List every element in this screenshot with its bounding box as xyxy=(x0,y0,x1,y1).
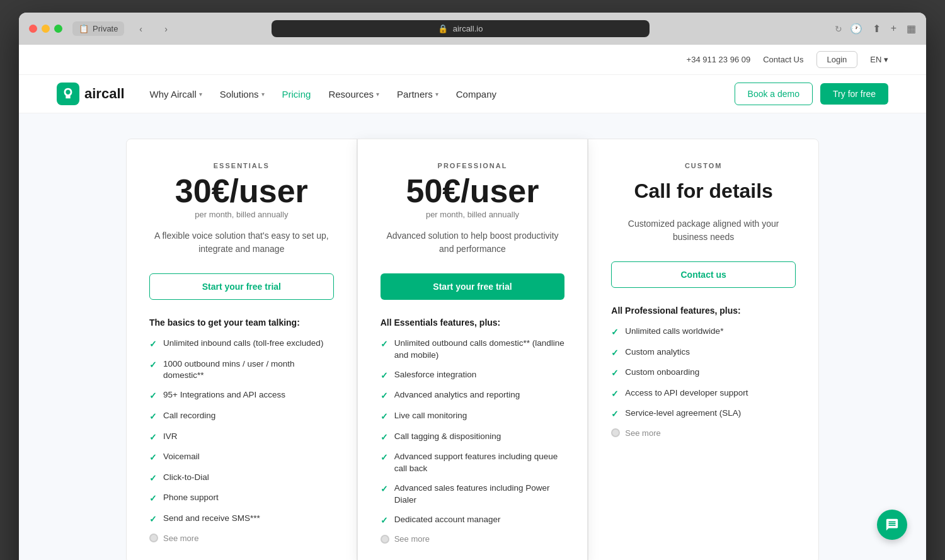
see-more-dot-icon xyxy=(381,535,389,544)
list-item: ✓ Click-to-Dial xyxy=(149,472,334,485)
pricing-grid: ESSENTIALS 30€/user per month, billed an… xyxy=(126,139,819,560)
chevron-down-icon: ▾ xyxy=(199,91,202,98)
private-tab[interactable]: 📋 Private xyxy=(72,21,124,36)
check-icon: ✓ xyxy=(149,338,157,351)
list-item: ✓ Salesforce integration xyxy=(381,369,565,382)
chevron-down-icon: ▾ xyxy=(376,91,379,98)
top-bar: +34 911 23 96 09 Contact Us Login EN ▾ xyxy=(19,45,926,75)
check-icon: ✓ xyxy=(149,472,157,485)
minimize-button[interactable] xyxy=(42,25,50,33)
essentials-features-title: The basics to get your team talking: xyxy=(149,317,334,328)
navbar: aircall Why Aircall ▾ Solutions ▾ Pricin… xyxy=(19,75,926,113)
forward-button[interactable]: › xyxy=(157,22,175,36)
essentials-period: per month, billed annually xyxy=(149,210,334,219)
professional-cta-button[interactable]: Start your free trial xyxy=(381,273,565,300)
check-icon: ✓ xyxy=(149,411,157,423)
check-icon: ✓ xyxy=(149,452,157,464)
list-item: ✓ Access to API developer support xyxy=(611,387,796,401)
see-more-dot-icon xyxy=(611,428,620,437)
reload-icon[interactable]: ↻ xyxy=(835,24,842,34)
url-text: aircall.io xyxy=(453,24,483,33)
check-icon: ✓ xyxy=(611,388,619,401)
list-item: ✓ Send and receive SMS*** xyxy=(149,513,334,526)
new-tab-icon[interactable]: + xyxy=(891,23,896,35)
list-item: ✓ Advanced sales features including Powe… xyxy=(381,483,565,506)
chat-icon xyxy=(885,518,899,532)
toolbar-icons: 🕐 ⬆ + ▦ xyxy=(850,23,916,35)
list-item: ✓ Live call monitoring xyxy=(381,410,565,423)
custom-see-more[interactable]: See more xyxy=(611,428,796,438)
pricing-section: ESSENTIALS 30€/user per month, billed an… xyxy=(19,113,926,560)
professional-plan: PROFESSIONAL 50€/user per month, billed … xyxy=(357,139,588,560)
professional-description: Advanced solution to help boost producti… xyxy=(381,229,565,256)
aircall-logo-svg xyxy=(61,87,75,101)
lock-icon: 🔒 xyxy=(438,24,448,33)
check-icon: ✓ xyxy=(611,326,619,339)
essentials-description: A flexible voice solution that's easy to… xyxy=(149,229,334,256)
list-item: ✓ Service-level agreement (SLA) xyxy=(611,408,796,421)
check-icon: ✓ xyxy=(611,347,619,360)
check-icon: ✓ xyxy=(381,411,388,423)
tabs-icon[interactable]: ▦ xyxy=(907,23,916,35)
list-item: ✓ Custom analytics xyxy=(611,346,796,360)
check-icon: ✓ xyxy=(381,431,388,444)
private-tab-icon: 📋 xyxy=(79,24,89,33)
custom-plan: CUSTOM Call for details Customized packa… xyxy=(588,139,819,560)
list-item: ✓ Call recording xyxy=(149,410,334,423)
nav-resources[interactable]: Resources ▾ xyxy=(328,89,379,100)
list-item: ✓ Advanced analytics and reporting xyxy=(381,389,565,403)
language-selector[interactable]: EN ▾ xyxy=(870,55,888,64)
logo-icon xyxy=(57,83,79,105)
list-item: ✓ 1000 outbound mins / user / month dome… xyxy=(149,358,334,382)
check-icon: ✓ xyxy=(611,408,619,421)
custom-description: Customized package aligned with your bus… xyxy=(611,217,796,244)
browser-toolbar-right: ↻ xyxy=(835,24,842,34)
logo[interactable]: aircall xyxy=(57,83,125,105)
logo-text: aircall xyxy=(84,86,125,102)
custom-price: Call for details xyxy=(611,174,796,207)
nav-actions: Book a demo Try for free xyxy=(735,83,888,105)
essentials-see-more[interactable]: See more xyxy=(149,534,334,543)
nav-solutions[interactable]: Solutions ▾ xyxy=(220,89,265,100)
list-item: ✓ Custom onboarding xyxy=(611,367,796,380)
check-icon: ✓ xyxy=(149,513,157,526)
maximize-button[interactable] xyxy=(54,25,62,33)
share-icon[interactable]: ⬆ xyxy=(873,23,881,35)
check-icon: ✓ xyxy=(611,367,619,380)
close-button[interactable] xyxy=(29,25,37,33)
book-demo-button[interactable]: Book a demo xyxy=(735,83,813,105)
contact-us-link[interactable]: Contact Us xyxy=(763,55,803,64)
list-item: ✓ Voicemail xyxy=(149,451,334,464)
check-icon: ✓ xyxy=(149,390,157,403)
nav-company[interactable]: Company xyxy=(456,89,496,100)
essentials-price: 30€/user xyxy=(149,174,334,207)
custom-features-title: All Professional features, plus: xyxy=(611,306,796,316)
try-free-button[interactable]: Try for free xyxy=(820,83,888,105)
essentials-cta-button[interactable]: Start your free trial xyxy=(149,273,334,300)
list-item: ✓ Dedicated account manager xyxy=(381,514,565,527)
history-icon[interactable]: 🕐 xyxy=(850,23,862,35)
check-icon: ✓ xyxy=(381,390,388,403)
check-icon: ✓ xyxy=(381,370,388,382)
check-icon: ✓ xyxy=(149,493,157,505)
professional-label: PROFESSIONAL xyxy=(381,162,565,169)
nav-partners[interactable]: Partners ▾ xyxy=(397,89,438,100)
website-content: +34 911 23 96 09 Contact Us Login EN ▾ a… xyxy=(19,45,926,560)
chevron-down-icon: ▾ xyxy=(261,91,265,98)
check-icon: ✓ xyxy=(381,452,388,464)
back-button[interactable]: ‹ xyxy=(132,22,149,36)
list-item: ✓ Call tagging & dispositioning xyxy=(381,431,565,444)
professional-see-more[interactable]: See more xyxy=(381,534,565,544)
nav-pricing[interactable]: Pricing xyxy=(282,89,311,100)
list-item: ✓ Advanced support features including qu… xyxy=(381,451,565,475)
custom-cta-button[interactable]: Contact us xyxy=(611,261,796,288)
chat-button[interactable] xyxy=(877,510,907,540)
list-item: ✓ Unlimited inbound calls (toll-free exc… xyxy=(149,338,334,351)
list-item: ✓ IVR xyxy=(149,431,334,444)
nav-why-aircall[interactable]: Why Aircall ▾ xyxy=(150,89,202,100)
chevron-down-icon: ▾ xyxy=(435,91,438,98)
login-button[interactable]: Login xyxy=(816,51,858,68)
list-item: ✓ 95+ Integrations and API access xyxy=(149,389,334,403)
address-bar[interactable]: 🔒 aircall.io xyxy=(272,20,650,37)
browser-titlebar: 📋 Private ‹ › 🔒 aircall.io ↻ 🕐 ⬆ + ▦ xyxy=(19,13,926,45)
